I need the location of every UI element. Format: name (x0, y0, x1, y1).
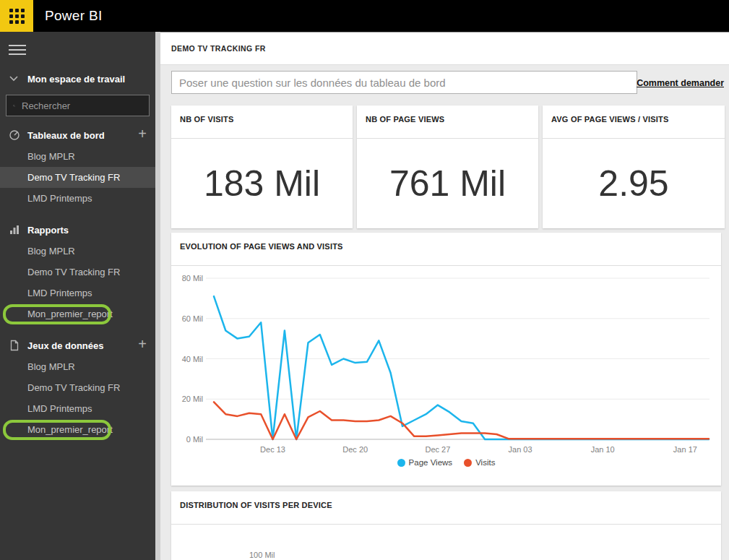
line-chart-plot: 80 Mil60 Mil40 Mil20 Mil0 Mil (171, 266, 721, 447)
item-label: LMD Printemps (27, 288, 92, 298)
svg-text:20 Mil: 20 Mil (182, 395, 203, 403)
item-label: Mon_premier_report (27, 309, 113, 319)
sidebar-item-dashboard-blog-mplr[interactable]: Blog MPLR (0, 146, 155, 167)
sidebar-item-dataset-lmd-printemps[interactable]: LMD Printemps (0, 398, 155, 419)
x-axis-tick: Dec 13 (248, 445, 298, 454)
x-axis-tick: Dec 27 (413, 445, 463, 454)
item-label: Mon_premier_report (27, 424, 113, 435)
item-label: LMD Printemps (27, 193, 92, 204)
item-label: Blog MPLR (27, 246, 75, 257)
app-launcher-button[interactable] (0, 0, 33, 32)
legend-dot (397, 459, 405, 467)
kpi-card-page-views[interactable]: NB OF PAGE VIEWS 761 Mil (357, 105, 538, 228)
sidebar-item-dataset-mon-premier-report[interactable]: Mon_premier_report (0, 419, 155, 440)
card-title-block: EVOLUTION OF PAGE VIEWS AND VISITS (171, 233, 721, 266)
legend-item[interactable]: Page Views (397, 458, 453, 467)
sidebar-search (6, 95, 150, 116)
kpi-title: AVG OF PAGE VIEWS / VISITS (551, 115, 716, 124)
menu-toggle-button[interactable] (9, 45, 26, 58)
chevron-down-icon (9, 76, 18, 82)
line-chart: 80 Mil60 Mil40 Mil20 Mil0 Mil Dec 13Dec … (171, 266, 721, 485)
sidebar-item-report-lmd-printemps[interactable]: LMD Printemps (0, 283, 155, 303)
section-reports[interactable]: Rapports (0, 219, 155, 241)
sidebar-item-dataset-demo-tv-tracking-fr[interactable]: Demo TV Tracking FR (0, 377, 155, 398)
workspace-label: Mon espace de travail (27, 74, 125, 85)
legend-label: Visits (475, 458, 495, 467)
section-datasets[interactable]: Jeux de données + (0, 335, 155, 356)
card-title-block: AVG OF PAGE VIEWS / VISITS (543, 105, 725, 139)
kpi-title: NB OF VISITS (180, 115, 344, 124)
add-dashboard-button[interactable]: + (138, 126, 147, 142)
powerbi-app: Power BI Mon espace de travail Tab (0, 0, 729, 560)
section-label: Tableaux de bord (27, 130, 105, 141)
sidebar-item-dashboard-demo-tv-tracking-fr[interactable]: Demo TV Tracking FR (0, 167, 155, 188)
waffle-icon (9, 9, 25, 24)
section-label: Rapports (27, 225, 69, 236)
sidebar-scrollbar[interactable] (155, 32, 160, 560)
x-axis-tick: Dec 20 (330, 445, 381, 454)
section-dashboards[interactable]: Tableaux de bord + (0, 124, 155, 146)
svg-text:0 Mil: 0 Mil (186, 435, 203, 444)
search-icon (13, 100, 15, 111)
item-label: LMD Printemps (27, 403, 92, 414)
section-label: Jeux de données (27, 340, 103, 351)
dashboard-title: DEMO TV TRACKING FR (171, 44, 266, 53)
svg-text:60 Mil: 60 Mil (182, 314, 203, 323)
sidebar-item-dashboard-lmd-printemps[interactable]: LMD Printemps (0, 188, 155, 209)
kpi-value: 183 Mil (171, 139, 353, 228)
distribution-chart-card[interactable]: DISTRIBUTION OF VISITS PER DEVICE 100 Mi… (171, 491, 721, 560)
item-label: Demo TV Tracking FR (27, 382, 120, 393)
legend-item[interactable]: Visits (464, 458, 495, 467)
x-axis-tick: Jan 17 (660, 445, 710, 454)
sidebar-item-report-blog-mplr[interactable]: Blog MPLR (0, 241, 155, 262)
workspace-selector[interactable]: Mon espace de travail (0, 68, 155, 90)
item-label: Demo TV Tracking FR (27, 172, 120, 183)
kpi-value: 761 Mil (357, 139, 538, 228)
kpi-title: NB OF PAGE VIEWS (366, 115, 530, 124)
chart-legend: Page ViewsVisits (171, 458, 721, 467)
x-axis-tick: Jan 03 (495, 445, 545, 454)
kpi-card-visits[interactable]: NB OF VISITS 183 Mil (171, 105, 353, 228)
card-title-block: NB OF VISITS (171, 105, 353, 139)
legend-dot (464, 459, 472, 467)
sidebar-item-report-mon-premier-report[interactable]: Mon_premier_report (0, 303, 155, 324)
item-label: Blog MPLR (27, 151, 75, 162)
app-title: Power BI (45, 0, 103, 32)
svg-text:80 Mil: 80 Mil (182, 274, 203, 283)
svg-text:40 Mil: 40 Mil (182, 355, 203, 363)
evolution-line-chart-card[interactable]: EVOLUTION OF PAGE VIEWS AND VISITS 80 Mi… (171, 233, 721, 486)
add-dataset-button[interactable]: + (138, 336, 147, 353)
legend-label: Page Views (409, 458, 453, 467)
sidebar-item-report-demo-tv-tracking-fr[interactable]: Demo TV Tracking FR (0, 262, 155, 283)
item-label: Demo TV Tracking FR (27, 267, 120, 277)
x-axis-tick: Jan 10 (577, 445, 628, 454)
sidebar-item-dataset-blog-mplr[interactable]: Blog MPLR (0, 356, 155, 377)
sidebar: Mon espace de travail Tableaux de bord +… (0, 32, 155, 560)
qna-help-link[interactable]: Comment demander (637, 78, 724, 88)
dashboard-main: DEMO TV TRACKING FR Comment demander NB … (160, 32, 729, 560)
chart-title: DISTRIBUTION OF VISITS PER DEVICE (180, 501, 712, 509)
kpi-value: 2.95 (543, 139, 725, 228)
card-title-block: NB OF PAGE VIEWS (357, 105, 538, 139)
bar-chart-icon (9, 224, 20, 236)
top-bar: Power BI (0, 0, 729, 32)
kpi-card-avg-page-views-per-visit[interactable]: AVG OF PAGE VIEWS / VISITS 2.95 (543, 105, 725, 228)
card-title-block: DISTRIBUTION OF VISITS PER DEVICE (171, 491, 721, 525)
chart-title: EVOLUTION OF PAGE VIEWS AND VISITS (180, 242, 712, 251)
document-icon (9, 340, 20, 351)
item-label: Blog MPLR (27, 361, 75, 372)
gauge-icon (9, 129, 20, 141)
search-input[interactable] (22, 100, 149, 111)
dashboard-header: DEMO TV TRACKING FR (160, 32, 729, 65)
y-axis-label: 100 Mil (249, 551, 275, 559)
qna-question-input[interactable] (171, 71, 637, 94)
